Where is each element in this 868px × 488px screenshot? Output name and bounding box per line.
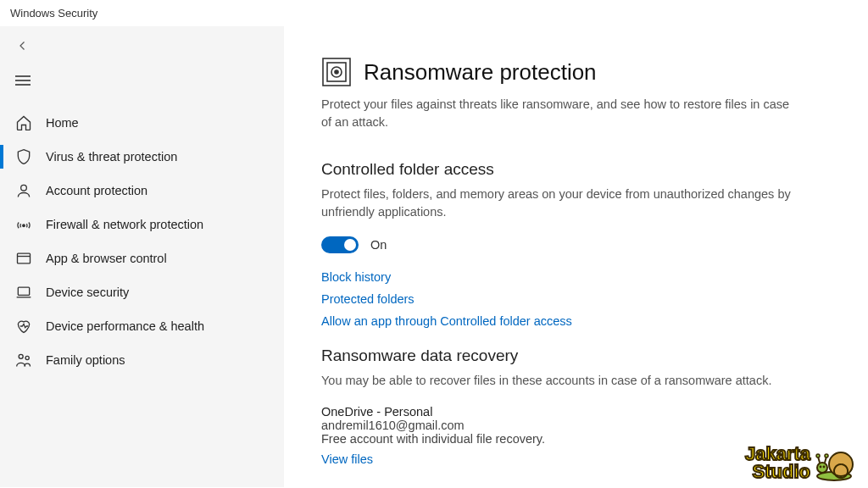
svg-rect-7 <box>18 287 29 295</box>
sidebar-item-label: Virus & threat protection <box>46 150 177 164</box>
account-email: andremil1610@gmail.com <box>321 419 834 432</box>
svg-rect-5 <box>18 253 31 263</box>
sidebar-item-label: Home <box>46 116 79 130</box>
cfa-toggle[interactable] <box>321 236 359 253</box>
arrow-left-icon <box>15 38 31 53</box>
account-name: OneDrive - Personal <box>321 405 834 419</box>
browser-icon <box>15 250 32 267</box>
back-button[interactable] <box>0 31 284 64</box>
cfa-description: Protect files, folders, and memory areas… <box>321 186 796 221</box>
sidebar-item-account[interactable]: Account protection <box>0 174 284 208</box>
sidebar-item-label: App & browser control <box>46 252 167 265</box>
shield-icon <box>15 148 32 165</box>
watermark-line2: Studio <box>745 463 810 481</box>
sidebar-item-label: Device performance & health <box>46 319 204 333</box>
sidebar: Home Virus & threat protection Account p… <box>0 26 284 487</box>
cfa-toggle-label: On <box>370 238 387 252</box>
menu-button[interactable] <box>0 64 284 99</box>
svg-point-3 <box>21 185 27 191</box>
family-icon <box>15 352 32 369</box>
sidebar-item-label: Family options <box>46 353 125 367</box>
cfa-title: Controlled folder access <box>321 160 834 179</box>
laptop-icon <box>15 284 32 301</box>
hamburger-icon <box>15 75 31 86</box>
ransomware-icon <box>321 57 352 87</box>
svg-point-23 <box>825 454 828 458</box>
link-block-history[interactable]: Block history <box>321 270 834 284</box>
svg-point-14 <box>335 70 338 74</box>
sidebar-item-device-security[interactable]: Device security <box>0 275 284 309</box>
svg-point-21 <box>816 454 820 458</box>
main-content: Ransomware protection Protect your files… <box>284 26 868 487</box>
link-allow-app[interactable]: Allow an app through Controlled folder a… <box>321 314 834 328</box>
sidebar-item-home[interactable]: Home <box>0 106 284 140</box>
sidebar-item-label: Firewall & network protection <box>46 218 203 231</box>
sidebar-item-label: Account protection <box>46 184 147 197</box>
sidebar-item-app-browser[interactable]: App & browser control <box>0 241 284 275</box>
page-title: Ransomware protection <box>364 59 597 86</box>
watermark: Jakarta Studio <box>745 446 860 481</box>
signal-icon <box>15 216 32 233</box>
sidebar-item-label: Device security <box>46 286 129 299</box>
svg-point-9 <box>19 354 23 358</box>
home-icon <box>15 114 32 131</box>
link-protected-folders[interactable]: Protected folders <box>321 292 834 306</box>
snail-icon <box>815 446 860 481</box>
svg-point-18 <box>820 466 822 469</box>
svg-point-10 <box>25 356 29 359</box>
recovery-description: You may be able to recover files in thes… <box>321 372 796 390</box>
sidebar-item-family[interactable]: Family options <box>0 343 284 377</box>
heart-icon <box>15 318 32 335</box>
svg-point-19 <box>823 466 826 469</box>
page-description: Protect your files against threats like … <box>321 96 796 131</box>
sidebar-item-virus-threat[interactable]: Virus & threat protection <box>0 140 284 174</box>
app-title: Windows Security <box>0 0 868 26</box>
person-icon <box>15 182 32 199</box>
recovery-title: Ransomware data recovery <box>321 347 834 365</box>
svg-point-4 <box>23 225 25 227</box>
svg-point-17 <box>817 463 827 473</box>
sidebar-item-performance[interactable]: Device performance & health <box>0 309 284 343</box>
sidebar-item-firewall[interactable]: Firewall & network protection <box>0 208 284 241</box>
